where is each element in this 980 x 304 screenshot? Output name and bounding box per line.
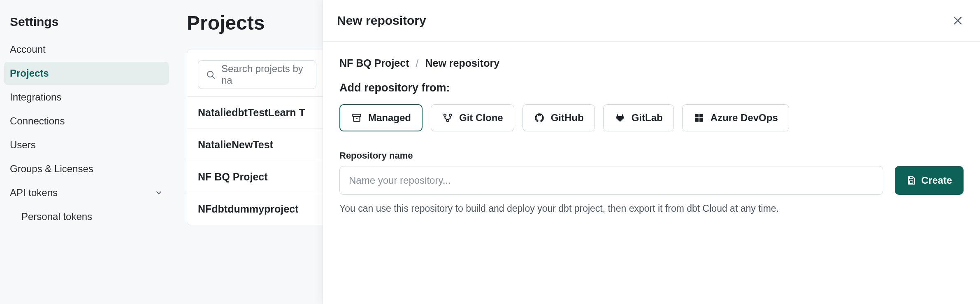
source-label: GitLab [632, 112, 663, 124]
sidebar-item-label: Personal tokens [21, 211, 92, 222]
settings-sidebar: Settings Account Projects Integrations C… [0, 0, 173, 240]
source-managed-button[interactable]: Managed [339, 104, 423, 131]
sidebar-item-projects[interactable]: Projects [4, 62, 169, 85]
search-input[interactable]: Search projects by na [198, 60, 316, 89]
close-icon [952, 15, 964, 26]
sidebar-item-groups-licenses[interactable]: Groups & Licenses [4, 157, 169, 180]
sidebar-item-label: Account [10, 44, 46, 55]
repository-source-row: Managed Git Clone GitHub GitLab [339, 104, 964, 131]
sidebar-item-connections[interactable]: Connections [4, 110, 169, 133]
source-label: GitHub [551, 112, 584, 124]
svg-rect-10 [695, 114, 699, 117]
create-button[interactable]: Create [895, 166, 964, 195]
sidebar-title: Settings [4, 12, 169, 38]
azure-devops-icon [693, 112, 705, 124]
project-name: NF BQ Project [198, 171, 267, 182]
sidebar-item-label: Integrations [10, 91, 61, 103]
repo-name-label: Repository name [339, 150, 964, 161]
sidebar-item-label: Groups & Licenses [10, 163, 93, 175]
github-icon [534, 112, 545, 124]
svg-rect-11 [699, 114, 703, 117]
save-icon [906, 175, 916, 185]
sidebar-item-api-tokens[interactable]: API tokens [4, 181, 169, 204]
sidebar-item-account[interactable]: Account [4, 38, 169, 61]
source-gitlab-button[interactable]: GitLab [603, 104, 674, 131]
source-label: Azure DevOps [711, 112, 778, 124]
gitlab-icon [614, 112, 626, 124]
sidebar-item-label: Projects [10, 68, 49, 79]
breadcrumb-root[interactable]: NF BQ Project [339, 57, 409, 69]
sidebar-item-label: Users [10, 139, 36, 151]
drawer-body: NF BQ Project / New repository Add repos… [323, 42, 980, 230]
breadcrumb-separator: / [416, 57, 418, 69]
chevron-down-icon [155, 189, 163, 197]
sidebar-item-integrations[interactable]: Integrations [4, 86, 169, 109]
add-repo-from-heading: Add repository from: [339, 82, 964, 94]
sidebar-item-label: Connections [10, 115, 65, 127]
breadcrumb: NF BQ Project / New repository [339, 57, 964, 69]
project-name: NFdbtdummyproject [198, 203, 298, 215]
breadcrumb-current: New repository [425, 57, 499, 69]
svg-rect-14 [910, 177, 913, 179]
create-label: Create [921, 175, 952, 186]
search-icon [206, 70, 216, 80]
help-text: You can use this repository to build and… [339, 203, 964, 214]
svg-rect-13 [699, 118, 703, 122]
source-label: Managed [368, 112, 411, 124]
project-name: NatalieNewTest [198, 139, 273, 150]
archive-icon [351, 112, 362, 124]
repo-name-row: Create [339, 166, 964, 195]
search-placeholder: Search projects by na [221, 63, 309, 86]
source-github-button[interactable]: GitHub [523, 104, 595, 131]
source-label: Git Clone [459, 112, 503, 124]
sidebar-item-users[interactable]: Users [4, 133, 169, 157]
source-azure-devops-button[interactable]: Azure DevOps [682, 104, 789, 131]
drawer-title: New repository [337, 14, 426, 28]
svg-line-1 [213, 77, 215, 79]
source-git-clone-button[interactable]: Git Clone [431, 104, 514, 131]
git-branch-icon [442, 112, 453, 124]
close-button[interactable] [950, 12, 966, 29]
drawer-header: New repository [323, 0, 980, 42]
project-name: NataliedbtTestLearn T [198, 107, 305, 118]
sidebar-item-label: API tokens [10, 187, 58, 199]
svg-rect-15 [910, 181, 913, 184]
svg-rect-12 [695, 118, 699, 122]
new-repository-drawer: New repository NF BQ Project / New repos… [323, 0, 980, 304]
svg-rect-5 [353, 117, 360, 122]
sidebar-subitem-personal-tokens[interactable]: Personal tokens [4, 205, 169, 228]
repo-name-input[interactable] [339, 166, 883, 195]
